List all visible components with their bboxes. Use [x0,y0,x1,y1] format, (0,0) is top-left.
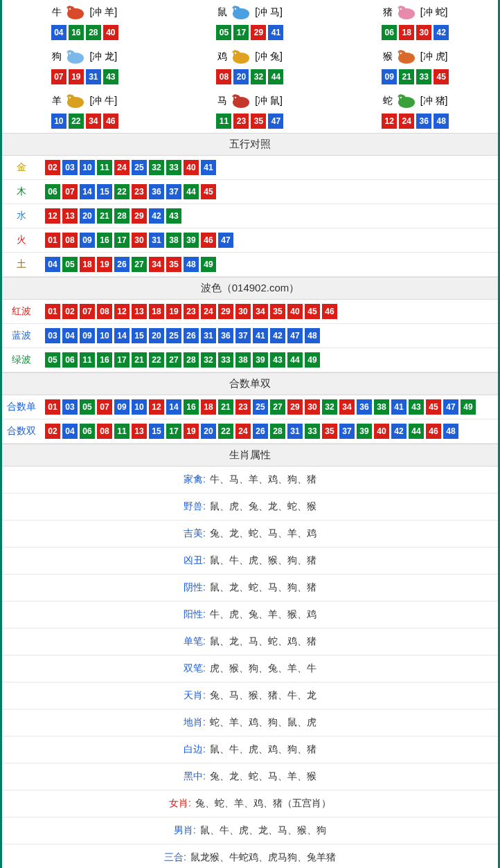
number-ball: 48 [305,328,320,343]
number-ball: 20 [149,328,164,343]
attr-row: 天肖: 兔、马、猴、猪、牛、龙 [2,682,498,709]
number-ball: 07 [97,399,112,415]
zodiac-numbers: 09213345 [332,69,498,84]
number-ball: 25 [132,160,147,175]
number-ball: 09 [80,328,95,343]
zodiac-conflict: [冲 蛇] [420,6,448,19]
attr-value: 鼠、牛、虎、鸡、狗、猪 [210,743,316,756]
number-ball: 14 [80,184,95,199]
attr-row: 白边: 鼠、牛、虎、鸡、狗、猪 [2,736,498,763]
number-ball: 13 [132,304,147,319]
number-ball: 24 [399,114,414,129]
bose-header: 波色（014902.com） [2,277,498,300]
number-ball: 24 [114,160,130,175]
number-ball: 30 [132,233,147,248]
number-ball: 31 [86,69,101,84]
number-ball: 31 [201,328,216,343]
attr-label: 阴性: [184,581,206,594]
number-ball: 43 [166,208,181,224]
number-ball: 41 [201,160,216,175]
number-ball: 30 [416,25,431,40]
number-ball: 04 [51,25,66,40]
rooster-icon [229,48,253,65]
data-row: 合数双 020406081113151719202224262831333537… [2,419,498,444]
attr-label: 双笔: [184,662,206,675]
attr-row: 野兽: 鼠、虎、兔、龙、蛇、猴 [2,494,498,521]
row-numbers: 0108091617303138394647 [41,233,498,248]
zodiac-conflict: [冲 牛] [89,95,117,107]
data-row: 红波 0102070812131819232429303435404546 [2,300,498,324]
row-label: 金 [2,161,41,174]
number-ball: 41 [391,399,407,415]
number-ball: 46 [201,233,216,248]
monkey-icon [394,48,419,65]
zodiac-conflict: [冲 羊] [89,6,117,19]
zodiac-conflict: [冲 马] [255,6,283,19]
number-ball: 40 [287,304,303,319]
number-ball: 03 [62,399,78,415]
number-ball: 43 [270,352,285,368]
number-ball: 39 [253,352,268,368]
goat-icon [63,93,88,109]
number-ball: 16 [97,352,112,368]
zodiac-cell: 猴 [冲 虎] 09213345 [332,44,498,89]
wuxing-header: 五行对照 [2,133,498,156]
zodiac-top: 蛇 [冲 猪] [332,93,498,109]
attr-value: 鼠、龙、蛇、马、狗、猪 [210,581,316,594]
number-ball: 25 [253,399,268,415]
attr-value: 兔、龙、蛇、马、羊、猴 [210,770,316,783]
number-ball: 27 [166,352,181,368]
number-ball: 32 [149,160,164,175]
zodiac-top: 狗 [冲 龙] [2,48,168,65]
number-ball: 42 [391,424,407,439]
number-ball: 26 [114,257,130,272]
zodiac-top: 鼠 [冲 马] [168,4,333,21]
attr-rows: 家禽: 牛、马、羊、鸡、狗、猪 野兽: 鼠、虎、兔、龙、蛇、猴 吉美: 兔、龙、… [2,467,498,868]
number-ball: 37 [166,184,181,199]
number-ball: 33 [416,69,431,84]
attr-value: 鼠、牛、虎、龙、马、猴、狗 [200,824,326,837]
number-ball: 30 [235,304,251,319]
data-row: 水 1213202128294243 [2,204,498,228]
number-ball: 15 [132,328,147,343]
number-ball: 21 [97,208,112,224]
number-ball: 10 [97,328,112,343]
number-ball: 42 [270,328,285,343]
number-ball: 48 [443,424,458,439]
zodiac-cell: 鼠 [冲 马] 05172941 [168,0,333,44]
svg-point-23 [235,97,236,98]
number-ball: 20 [233,69,249,84]
svg-point-2 [69,8,71,10]
number-ball: 33 [218,352,233,368]
number-ball: 36 [357,399,372,415]
number-ball: 46 [322,304,337,319]
zodiac-cell: 蛇 [冲 猪] 12243648 [332,89,498,133]
number-ball: 46 [426,424,441,439]
number-ball: 20 [201,424,216,439]
heshu-rows: 合数单 010305070910121416182123252729303234… [2,395,498,444]
attr-row: 女肖: 兔、蛇、羊、鸡、猪（五宫肖） [2,790,498,817]
heshu-header: 合数单双 [2,372,498,395]
number-ball: 13 [62,208,78,224]
number-ball: 16 [97,233,112,248]
zodiac-cell: 马 [冲 鼠] 11233547 [168,89,333,133]
row-label: 土 [2,258,41,271]
number-ball: 35 [166,257,181,272]
number-ball: 28 [114,208,130,224]
zodiac-conflict: [冲 龙] [89,51,117,63]
attr-label: 阳性: [184,608,206,621]
number-ball: 01 [45,304,60,319]
number-ball: 18 [149,304,164,319]
row-numbers: 0102070812131819232429303435404546 [41,304,498,319]
page-wrapper: 牛 [冲 羊] 04162840 鼠 [冲 马] 05172941 猪 [冲 蛇… [0,0,500,868]
bose-rows: 红波 0102070812131819232429303435404546 蓝波… [2,300,498,372]
zodiac-conflict: [冲 虎] [420,51,448,63]
number-ball: 44 [184,184,199,199]
svg-point-5 [235,8,236,10]
attr-label: 野兽: [184,500,206,513]
zodiac-numbers: 10223446 [2,114,168,129]
data-row: 蓝波 03040910141520252631363741424748 [2,324,498,348]
row-numbers: 0103050709101214161821232527293032343638… [41,399,498,415]
number-ball: 39 [357,424,372,439]
number-ball: 31 [149,233,164,248]
